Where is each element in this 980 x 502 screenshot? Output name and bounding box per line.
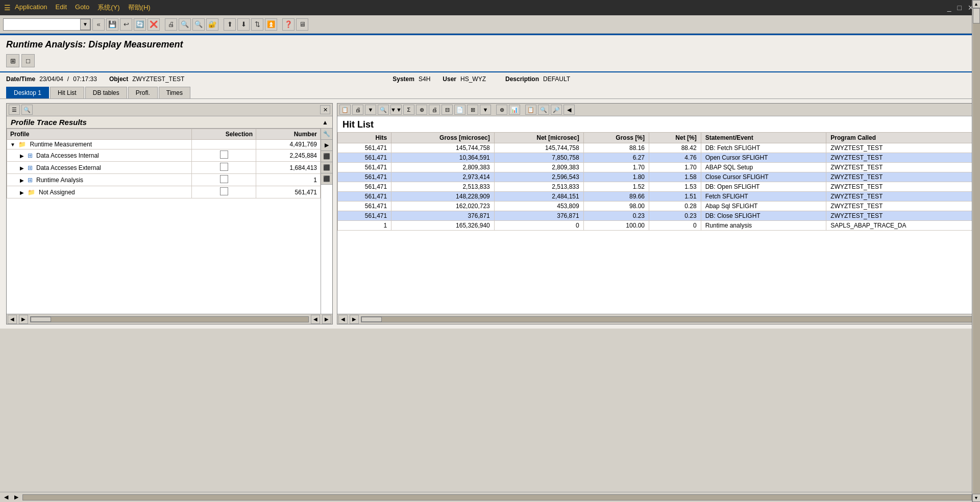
page-toolbar-btn2[interactable]: □ bbox=[21, 54, 35, 67]
left-tb-btn1[interactable]: ☰ bbox=[9, 105, 20, 115]
expand-btn-3[interactable]: ▶ bbox=[20, 178, 24, 183]
vscroll-down-btn[interactable]: ▼ bbox=[972, 494, 981, 502]
scroll-left-btn[interactable]: ◀ bbox=[8, 315, 17, 324]
tab-profl[interactable]: Profl. bbox=[128, 87, 158, 98]
help-btn[interactable]: ❓ bbox=[282, 18, 295, 31]
hl-scroll-left-btn[interactable]: ◀ bbox=[338, 315, 348, 324]
scroll-right2-btn[interactable]: ▶ bbox=[322, 315, 331, 324]
hl-tb-btn9[interactable]: ⊟ bbox=[442, 105, 453, 115]
status-hscroll[interactable] bbox=[22, 494, 972, 500]
cell-netpct-7: 0.23 bbox=[649, 211, 701, 221]
expand-btn-1[interactable]: ▶ bbox=[20, 153, 24, 159]
cell-statement-4: DB: Open SFLIGHT bbox=[701, 182, 826, 192]
menu-application[interactable]: Application bbox=[15, 3, 47, 12]
tab-hitlist[interactable]: Hit List bbox=[50, 87, 84, 98]
expand-btn-4[interactable]: ▶ bbox=[20, 190, 24, 195]
hl-tb-btn14[interactable]: 📊 bbox=[509, 105, 520, 115]
lock-btn[interactable]: 🔐 bbox=[206, 18, 218, 31]
find-ext-btn[interactable]: 🔍 bbox=[192, 18, 205, 31]
scroll-thumb[interactable] bbox=[31, 317, 51, 322]
vscroll-track[interactable] bbox=[973, 8, 980, 494]
hl-tb-btn5[interactable]: ▼▼ bbox=[390, 105, 402, 115]
tab-dbtables[interactable]: DB tables bbox=[85, 87, 127, 98]
undo-btn[interactable]: ↩ bbox=[120, 18, 132, 31]
hl-tb-btn12[interactable]: ▼ bbox=[480, 105, 491, 115]
cell-gross-4: 2,513,833 bbox=[391, 182, 495, 192]
hl-scroll-right-btn[interactable]: ▶ bbox=[350, 315, 359, 324]
right-btn-4[interactable]: ⬛ bbox=[321, 162, 332, 173]
scroll-track[interactable] bbox=[30, 316, 309, 322]
monitor-btn[interactable]: 🖥 bbox=[296, 18, 308, 31]
cell-netpct-4: 1.53 bbox=[649, 182, 701, 192]
prev-btn[interactable]: ⬆ bbox=[224, 18, 236, 31]
page-title: Runtime Analysis: Display Measurement bbox=[6, 39, 974, 50]
number-cell-4: 561,471 bbox=[256, 186, 320, 198]
item-icon-1: ⊞ bbox=[28, 152, 33, 159]
cell-grosspct-3: 1.80 bbox=[583, 172, 649, 182]
expand-btn-0[interactable]: ▼ bbox=[10, 142, 15, 147]
status-bar: ◀ ▶ bbox=[0, 492, 980, 502]
status-prev-btn[interactable]: ◀ bbox=[4, 494, 8, 500]
selection-cell-3[interactable] bbox=[192, 174, 256, 186]
first-btn[interactable]: ⏫ bbox=[265, 18, 277, 31]
tab-desktop1[interactable]: Desktop 1 bbox=[6, 87, 49, 98]
hl-tb-btn15[interactable]: 📋 bbox=[525, 105, 536, 115]
hl-tb-btn13[interactable]: ⊕ bbox=[496, 105, 507, 115]
refresh-btn[interactable]: 🔄 bbox=[134, 18, 146, 31]
vscroll-thumb[interactable] bbox=[973, 8, 980, 23]
hl-tb-btn17[interactable]: 🔎 bbox=[551, 105, 562, 115]
status-next-btn[interactable]: ▶ bbox=[14, 494, 18, 500]
selection-cell-2[interactable] bbox=[192, 162, 256, 174]
save-btn[interactable]: 💾 bbox=[106, 18, 118, 31]
next-btn[interactable]: ⬇ bbox=[237, 18, 250, 31]
hl-scroll-track[interactable] bbox=[361, 316, 972, 322]
left-panel-close[interactable]: ✕ bbox=[320, 105, 330, 114]
page-toolbar-btn1[interactable]: ⊞ bbox=[6, 54, 19, 67]
hl-scroll-thumb[interactable] bbox=[361, 317, 382, 322]
right-btn-5[interactable]: ⬛ bbox=[321, 173, 332, 185]
stop-btn[interactable]: ❌ bbox=[148, 18, 160, 31]
right-btn-2[interactable]: ▶ bbox=[321, 140, 332, 151]
hl-tb-btn16[interactable]: 🔍 bbox=[538, 105, 549, 115]
print-btn[interactable]: 🖨 bbox=[165, 18, 177, 31]
checkbox-3[interactable] bbox=[220, 175, 228, 183]
minimize-button[interactable]: _ bbox=[945, 4, 953, 12]
right-btn-3[interactable]: ⬛ bbox=[321, 151, 332, 162]
selection-cell-1[interactable] bbox=[192, 149, 256, 162]
tab-times[interactable]: Times bbox=[159, 87, 190, 98]
hl-tb-btn10[interactable]: 📄 bbox=[454, 105, 465, 115]
hl-tb-btn7[interactable]: ⊕ bbox=[416, 105, 427, 115]
left-tb-btn2[interactable]: 🔍 bbox=[21, 105, 33, 115]
hl-tb-btn11[interactable]: ⊞ bbox=[467, 105, 478, 115]
command-dropdown[interactable]: ▼ bbox=[80, 19, 90, 30]
checkbox-1[interactable] bbox=[220, 150, 228, 159]
menu-goto[interactable]: Goto bbox=[75, 3, 89, 12]
hl-tb-btn6[interactable]: Σ bbox=[403, 105, 414, 115]
hl-tb-btn1[interactable]: 📋 bbox=[339, 105, 351, 115]
scroll-up-icon[interactable]: ▲ bbox=[322, 119, 328, 126]
hl-tb-btn8[interactable]: 🖨 bbox=[429, 105, 440, 115]
checkbox-2[interactable] bbox=[220, 163, 228, 171]
menu-system[interactable]: 系统(Y) bbox=[97, 3, 119, 12]
menu-edit[interactable]: Edit bbox=[56, 3, 67, 12]
back-btn[interactable]: « bbox=[92, 18, 105, 31]
find-btn[interactable]: 🔍 bbox=[179, 18, 191, 31]
menu-help[interactable]: 帮助(H) bbox=[128, 3, 151, 12]
checkbox-4[interactable] bbox=[220, 187, 228, 195]
hitlist-scroll-area[interactable]: Hits Gross [microsec] Net [microsec] Gro… bbox=[337, 132, 973, 314]
scroll-right-btn[interactable]: ▶ bbox=[19, 315, 28, 324]
selection-cell-4[interactable] bbox=[192, 186, 256, 198]
expand-btn-2[interactable]: ▶ bbox=[20, 165, 24, 171]
table-row: ▶ ⊞ Data Accesses Internal 2,245,884 bbox=[7, 149, 321, 162]
hl-tb-btn18[interactable]: ◀ bbox=[564, 105, 575, 115]
command-input[interactable] bbox=[4, 19, 80, 30]
hl-tb-btn4[interactable]: 🔍 bbox=[378, 105, 389, 115]
maximize-button[interactable]: □ bbox=[955, 4, 964, 12]
hl-tb-btn3[interactable]: ▼ bbox=[365, 105, 376, 115]
prevnext-btn[interactable]: ⇅ bbox=[251, 18, 263, 31]
vscroll-up-btn[interactable]: ▲ bbox=[972, 0, 981, 8]
scroll-left2-btn[interactable]: ◀ bbox=[311, 315, 320, 324]
row-2-name: Data Accesses External bbox=[36, 164, 101, 171]
hl-tb-btn2[interactable]: 🖨 bbox=[352, 105, 363, 115]
right-btn-1[interactable]: 🔧 bbox=[321, 129, 332, 140]
